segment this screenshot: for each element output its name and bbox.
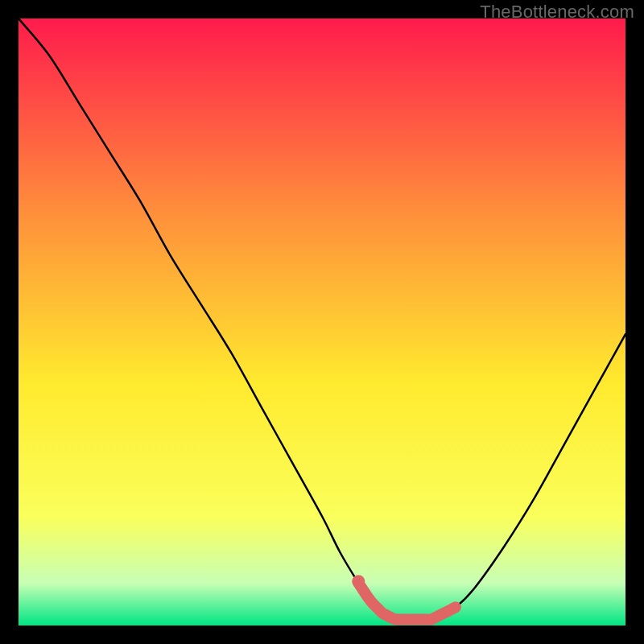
chart-svg	[19, 19, 625, 625]
plot-area	[19, 19, 625, 625]
chart-frame: TheBottleneck.com	[0, 0, 644, 644]
watermark-text: TheBottleneck.com	[480, 2, 634, 23]
gradient-background	[19, 19, 625, 625]
optimal-marker-dot	[352, 575, 365, 588]
